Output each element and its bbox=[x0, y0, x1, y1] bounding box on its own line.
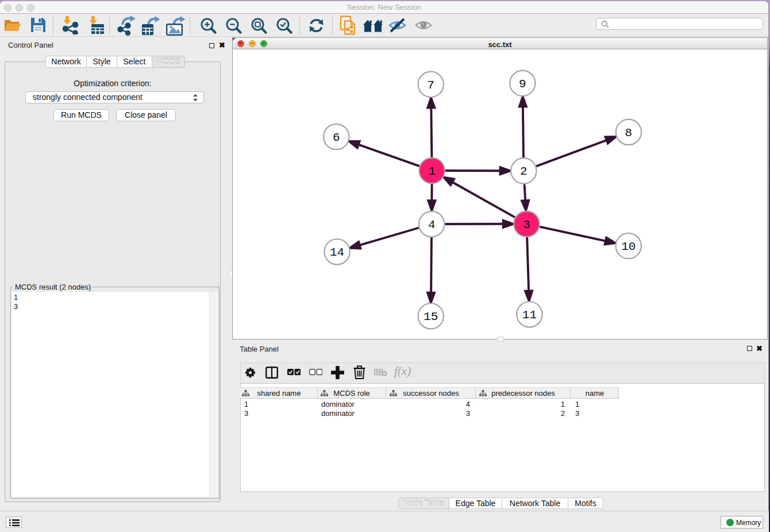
svg-text:11: 11 bbox=[522, 309, 537, 322]
svg-text:4: 4 bbox=[428, 218, 436, 232]
svg-text:8: 8 bbox=[625, 126, 633, 140]
svg-text:7: 7 bbox=[427, 79, 434, 92]
svg-text:15: 15 bbox=[424, 310, 438, 323]
svg-text:14: 14 bbox=[330, 246, 344, 259]
svg-text:3: 3 bbox=[523, 218, 530, 232]
svg-text:2: 2 bbox=[520, 165, 528, 178]
svg-text:1: 1 bbox=[428, 165, 436, 178]
svg-text:10: 10 bbox=[621, 240, 636, 253]
svg-text:6: 6 bbox=[333, 131, 340, 144]
svg-text:9: 9 bbox=[519, 78, 526, 91]
